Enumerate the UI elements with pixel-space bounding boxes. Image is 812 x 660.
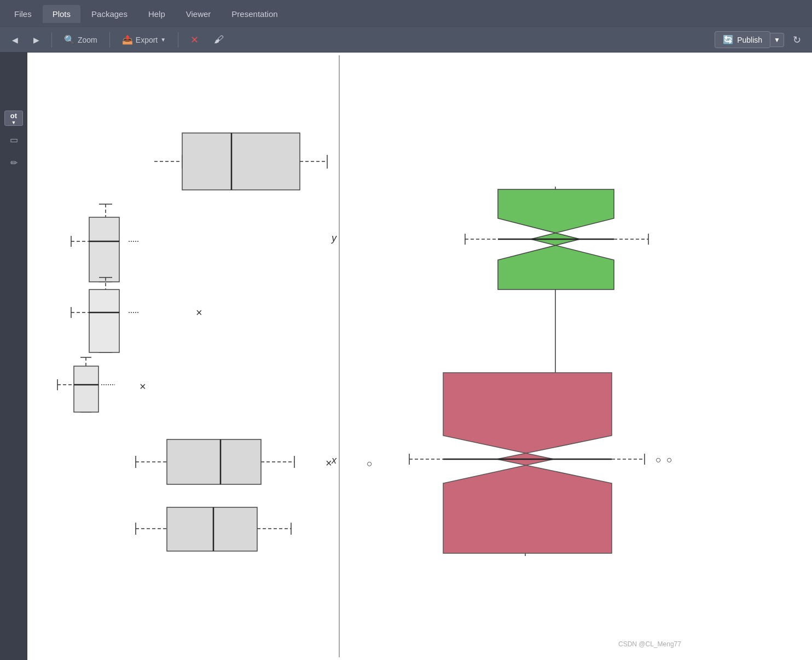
refresh-icon: ↻ — [793, 34, 801, 45]
back-button[interactable]: ◀ — [7, 33, 24, 47]
toolbar: ◀ ▶ 🔍 Zoom 📤 Export ▼ ✕ 🖌 🔄 Publish — [0, 27, 812, 53]
publish-group: 🔄 Publish ▼ — [715, 31, 784, 48]
svg-rect-15 — [89, 217, 119, 282]
dropdown-arrow: ▼ — [11, 120, 16, 125]
svg-text:○: ○ — [666, 454, 672, 465]
brush-tool-button[interactable]: ✏ — [4, 153, 23, 172]
export-button[interactable]: 📤 Export ▼ — [117, 32, 171, 48]
toolbar-right: 🔄 Publish ▼ ↻ — [715, 31, 805, 49]
zoom-button[interactable]: 🔍 Zoom — [59, 32, 103, 48]
svg-rect-0 — [27, 55, 812, 657]
svg-text:×: × — [140, 380, 146, 392]
refresh-button[interactable]: ↻ — [788, 31, 805, 49]
watermark-text: CSDN @CL_Meng77 — [618, 640, 681, 648]
forward-button[interactable]: ▶ — [28, 33, 45, 47]
separator-1 — [51, 32, 52, 48]
brush-side-icon: ✏ — [10, 158, 18, 168]
svg-text:○: ○ — [656, 454, 662, 465]
body-area: ot ▼ ▭ ✏ — [0, 53, 812, 660]
plot-svg: × × — [27, 53, 812, 660]
svg-rect-6 — [182, 133, 300, 190]
delete-icon: ✕ — [190, 34, 199, 46]
back-icon: ◀ — [12, 36, 18, 44]
zoom-label: Zoom — [78, 36, 97, 44]
tab-plots[interactable]: Plots — [43, 5, 80, 23]
brush-icon: 🖌 — [214, 34, 224, 45]
plot-type-dropdown[interactable]: ot ▼ — [4, 111, 23, 126]
tab-bar: Files Plots Packages Help Viewer Present… — [0, 0, 812, 27]
svg-text:○: ○ — [367, 458, 373, 469]
panel-container: Files Plots Packages Help Viewer Present… — [0, 0, 812, 660]
tab-packages[interactable]: Packages — [82, 5, 137, 23]
rect-tool-button[interactable]: ▭ — [4, 130, 23, 149]
publish-label: Publish — [737, 36, 762, 44]
tab-presentation[interactable]: Presentation — [222, 5, 287, 23]
export-icon: 📤 — [122, 34, 133, 45]
tab-files[interactable]: Files — [4, 5, 42, 23]
rect-icon: ▭ — [10, 135, 18, 145]
svg-text:×: × — [326, 457, 332, 469]
svg-text:x: x — [331, 455, 337, 466]
export-label: Export — [136, 36, 158, 44]
publish-dropdown-button[interactable]: ▼ — [770, 33, 784, 47]
svg-text:×: × — [196, 306, 202, 319]
svg-text:y: y — [330, 233, 337, 244]
plot-type-label: ot — [10, 112, 17, 120]
separator-3 — [178, 32, 178, 48]
svg-rect-49 — [167, 507, 257, 551]
plot-area: × × — [27, 53, 812, 660]
separator-2 — [109, 32, 110, 48]
delete-button[interactable]: ✕ — [185, 31, 204, 49]
side-panel: ot ▼ ▭ ✏ — [0, 105, 27, 660]
publish-button[interactable]: 🔄 Publish — [715, 31, 770, 48]
tab-help[interactable]: Help — [138, 5, 175, 23]
svg-rect-24 — [89, 290, 119, 352]
zoom-icon: 🔍 — [64, 34, 75, 45]
export-dropdown-icon: ▼ — [160, 37, 166, 43]
forward-icon: ▶ — [33, 36, 39, 44]
brush-button[interactable]: 🖌 — [208, 31, 229, 48]
publish-icon: 🔄 — [723, 34, 734, 45]
svg-rect-34 — [74, 366, 98, 412]
svg-rect-41 — [167, 439, 261, 484]
tab-viewer[interactable]: Viewer — [176, 5, 221, 23]
